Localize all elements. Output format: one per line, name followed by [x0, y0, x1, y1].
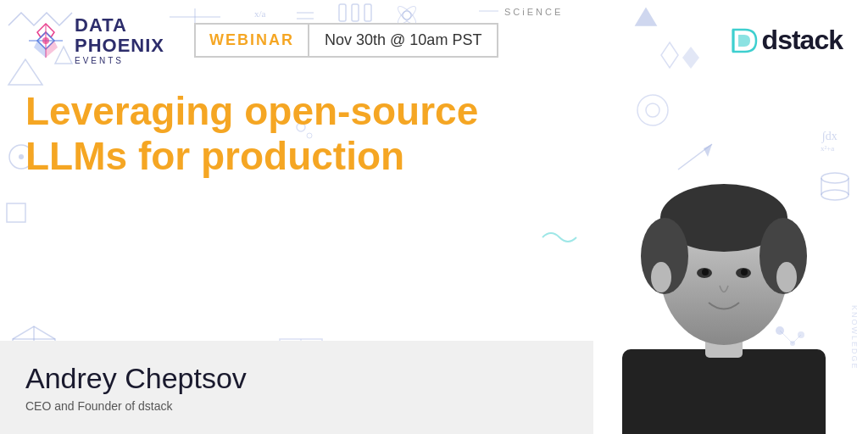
bottom-section: Andrey Cheptsov CEO and Founder of dstac… — [0, 341, 593, 434]
svg-point-91 — [776, 262, 797, 292]
svg-point-90 — [651, 262, 671, 292]
dstack-logo-wrapper: dstack — [726, 23, 843, 58]
svg-rect-80 — [622, 349, 826, 434]
speaker-photo — [580, 95, 868, 434]
logo-data-text: DATA — [75, 15, 164, 36]
title-line1: Leveraging open-source — [25, 89, 478, 133]
title-line2: LLMs for production — [25, 134, 404, 178]
webinar-date-group: WEBINAR Nov 30th @ 10am PST — [194, 23, 498, 58]
dstack-name: dstack — [762, 25, 843, 56]
logo-events-text: EVENTS — [75, 56, 164, 65]
logo-phoenix-text: PHOENIX — [75, 36, 164, 56]
dstack-icon — [726, 23, 762, 58]
webinar-badge: WEBINAR — [196, 25, 309, 56]
data-phoenix-icon — [25, 20, 66, 61]
svg-point-88 — [702, 269, 709, 275]
webinar-label: WEBINAR — [209, 31, 294, 49]
header: DATA PHOENIX EVENTS WEBINAR Nov 30th @ 1… — [0, 0, 868, 81]
date-badge: Nov 30th @ 10am PST — [309, 25, 497, 56]
logo-area: DATA PHOENIX EVENTS — [25, 15, 164, 65]
date-text: Nov 30th @ 10am PST — [325, 31, 481, 49]
logo-text: DATA PHOENIX EVENTS — [75, 15, 164, 65]
svg-rect-4 — [7, 203, 25, 222]
speaker-title: CEO and Founder of dstack — [25, 399, 568, 413]
speaker-name: Andrey Cheptsov — [25, 362, 568, 395]
main-container: x/a SCiENCE ∫dx x²+a KNOWLEDGE — [0, 0, 868, 434]
svg-point-89 — [741, 269, 748, 275]
svg-point-75 — [42, 37, 49, 44]
main-title: Leveraging open-source LLMs for producti… — [25, 89, 551, 179]
